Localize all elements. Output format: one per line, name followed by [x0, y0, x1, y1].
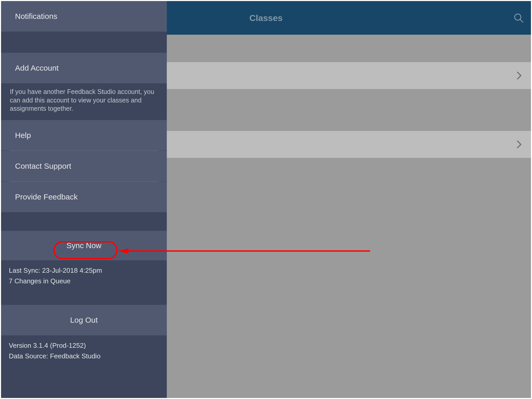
app-frame: Classes .AU _14531_1 2018 _120033_1	[1, 1, 531, 398]
sidebar-item-provide-feedback[interactable]: Provide Feedback	[1, 182, 167, 212]
sidebar-item-add-account[interactable]: Add Account	[1, 53, 167, 83]
sync-now-button[interactable]: Sync Now	[1, 231, 167, 260]
chevron-right-icon	[517, 72, 522, 79]
sync-info: Last Sync: 23-Jul-2018 4:25pm 7 Changes …	[1, 260, 167, 294]
sidebar-item-contact-support[interactable]: Contact Support	[1, 151, 167, 181]
sidebar-item-notifications[interactable]: Notifications	[1, 1, 167, 32]
sidebar-item-label: Add Account	[15, 64, 59, 72]
queue-text: 7 Changes in Queue	[9, 277, 159, 285]
sidebar-gap	[1, 212, 167, 231]
svg-line-1	[520, 19, 523, 22]
sync-now-label: Sync Now	[66, 241, 101, 250]
data-source-text: Data Source: Feedback Studio	[9, 352, 159, 360]
last-sync-text: Last Sync: 23-Jul-2018 4:25pm	[9, 267, 159, 275]
logout-label: Log Out	[70, 316, 98, 324]
version-text: Version 3.1.4 (Prod-1252)	[9, 342, 159, 350]
search-icon[interactable]	[513, 13, 524, 23]
sidebar-panel: Notifications Add Account If you have an…	[1, 1, 167, 398]
sidebar-item-label: Help	[15, 131, 31, 140]
sidebar-gap	[1, 294, 167, 305]
sidebar-item-label: Notifications	[15, 12, 57, 21]
sidebar-item-label: Provide Feedback	[15, 193, 78, 201]
description-text: If you have another Feedback Studio acco…	[10, 87, 158, 113]
add-account-description: If you have another Feedback Studio acco…	[1, 83, 167, 120]
sidebar-item-help[interactable]: Help	[1, 120, 167, 151]
logout-button[interactable]: Log Out	[1, 305, 167, 335]
sidebar-item-label: Contact Support	[15, 162, 71, 171]
version-info: Version 3.1.4 (Prod-1252) Data Source: F…	[1, 335, 167, 369]
page-title: Classes	[249, 13, 283, 23]
chevron-right-icon	[517, 141, 522, 148]
sidebar-gap	[1, 32, 167, 53]
